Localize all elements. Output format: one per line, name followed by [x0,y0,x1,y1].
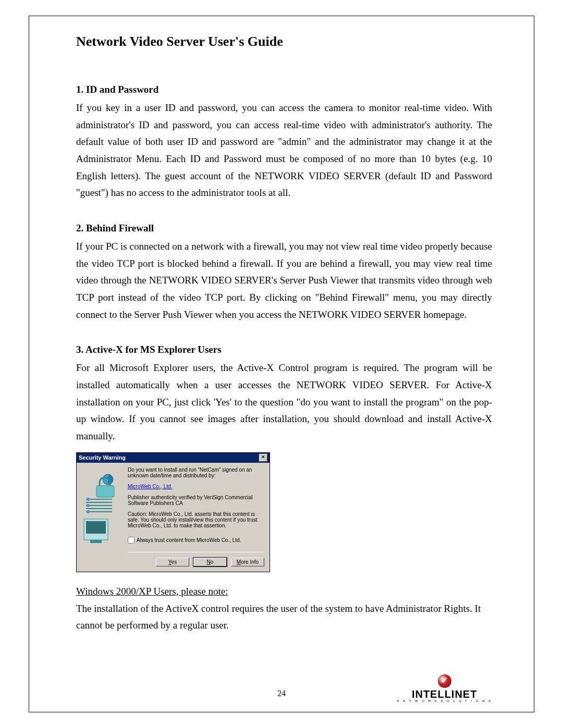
no-button[interactable]: No [193,558,227,566]
dialog-question: Do you want to install and run "NetCam" … [128,467,264,478]
section-heading-activex: 3. Active-X for MS Explorer Users [76,344,492,355]
svg-point-11 [87,504,90,507]
publisher-link[interactable]: MicroWeb Co., Ltd. [128,484,264,489]
brand-sub: N E T W O R K S O L U T I O N S [397,699,492,702]
note-heading: Windows 2000/XP Users, please note: [76,586,492,597]
section-body-activex: For all Microsoft Explorer users, the Ac… [76,360,492,445]
dialog-titlebar: Security Warning ✕ [77,453,270,463]
close-icon[interactable]: ✕ [259,454,267,462]
trust-label: Always trust content from MicroWeb Co., … [137,537,241,543]
document-page: Network Video Server User's Guide 1. ID … [0,0,563,728]
trust-checkbox-row[interactable]: Always trust content from MicroWeb Co., … [128,537,264,544]
dialog-title-text: Security Warning [79,454,126,461]
svg-point-10 [87,498,90,501]
brand-check-icon [438,674,451,688]
brand-name: INTELLINET [397,689,492,699]
svg-point-12 [87,510,90,513]
security-warning-dialog: Security Warning ✕ [76,452,270,572]
svg-rect-1 [86,521,106,534]
trust-checkbox[interactable] [128,537,134,544]
more-info-button[interactable]: More Info [231,558,264,566]
dialog-body: Do you want to install and run "NetCam" … [77,463,270,572]
certificate-icon [81,467,123,556]
dialog-content: Do you want to install and run "NetCam" … [128,467,264,566]
svg-rect-4 [96,486,114,497]
page-frame: Network Video Server User's Guide 1. ID … [29,16,534,712]
dialog-verify: Publisher authenticity verified by VeriS… [128,495,264,506]
yes-button[interactable]: Yes [156,558,189,566]
section-body-id-password: If you key in a user ID and password, yo… [76,100,492,202]
section-heading-firewall: 2. Behind Firewall [76,223,492,234]
document-title: Network Video Server User's Guide [76,34,492,50]
svg-rect-2 [90,540,102,543]
dialog-caution: Caution: MicroWeb Co., Ltd. asserts that… [128,511,264,528]
brand-logo: INTELLINET N E T W O R K S O L U T I O N… [397,674,492,702]
dialog-button-row: Yes No More Info [128,552,264,566]
yes-label-rest: es [172,559,177,565]
section-body-firewall: If your PC is connected on a network wit… [76,238,492,323]
section-heading-id-password: 1. ID and Password [76,84,492,95]
note-body: The installation of the ActiveX control … [76,600,492,634]
